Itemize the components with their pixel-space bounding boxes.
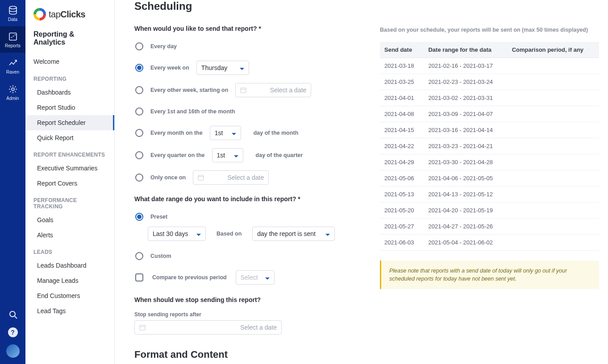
calendar-icon xyxy=(198,174,204,181)
svg-rect-5 xyxy=(198,175,204,180)
rail-item-reports[interactable]: Reports xyxy=(0,26,25,53)
rail-item-raven[interactable]: Raven xyxy=(0,53,25,79)
select-weekday[interactable]: Thursday xyxy=(196,61,249,75)
col-comparison: Comparison period, if any xyxy=(508,42,599,58)
database-icon xyxy=(8,5,18,15)
radio-every-month[interactable] xyxy=(135,129,143,137)
table-row: 2021-04-152021-03-16 - 2021-04-14 xyxy=(380,122,599,138)
col-send-date: Send date xyxy=(380,42,424,58)
radio-1st-16th[interactable] xyxy=(135,108,143,116)
label-compare: Compare to previous period xyxy=(152,274,227,281)
sidebar-item-report-studio[interactable]: Report Studio xyxy=(25,100,114,115)
label-every-day: Every day xyxy=(150,43,177,50)
rail-item-admin[interactable]: Admin xyxy=(0,79,25,105)
label-every-quarter: Every quarter on the xyxy=(150,152,205,158)
chevron-down-icon xyxy=(234,153,238,157)
preview-note: Please note that reports with a send dat… xyxy=(380,261,599,289)
analytics-icon xyxy=(8,58,18,68)
label-every-other-week: Every other week, starting on xyxy=(150,87,228,93)
sidebar-item-alerts[interactable]: Alerts xyxy=(25,228,114,243)
table-row: 2021-04-222021-03-23 - 2021-04-21 xyxy=(380,138,599,154)
svg-rect-4 xyxy=(241,88,246,93)
label-based-on: Based on xyxy=(217,231,242,237)
help-icon[interactable]: ? xyxy=(8,327,18,337)
label-every-week: Every week on xyxy=(150,65,189,71)
select-compare-period[interactable]: Select xyxy=(236,270,275,285)
sidebar-item-quick-report[interactable]: Quick Report xyxy=(25,130,114,145)
search-icon[interactable] xyxy=(8,310,18,320)
suffix-quarter: day of the quarter xyxy=(256,152,303,158)
sidebar-item-report-scheduler[interactable]: Report Scheduler xyxy=(25,115,114,130)
sidebar-item-leads-dashboard[interactable]: Leads Dashboard xyxy=(25,258,114,273)
logo-icon xyxy=(33,8,46,21)
sidebar-item-end-customers[interactable]: End Customers xyxy=(25,288,114,303)
sidebar-item-report-covers[interactable]: Report Covers xyxy=(25,176,114,191)
stop-question: When should we stop sending this report? xyxy=(134,296,375,303)
radio-every-quarter[interactable] xyxy=(135,151,143,159)
radio-every-other-week[interactable] xyxy=(135,86,143,94)
chevron-down-icon xyxy=(232,131,236,135)
sidebar-item-lead-tags[interactable]: Lead Tags xyxy=(25,303,114,318)
preview-header: Based on your schedule, your reports wil… xyxy=(380,27,599,33)
radio-every-week[interactable] xyxy=(135,64,143,72)
table-row: 2021-03-182021-02-16 - 2021-03-17 xyxy=(380,58,599,74)
table-row: 2021-03-252021-02-23 - 2021-03-24 xyxy=(380,74,599,90)
svg-point-0 xyxy=(9,6,17,9)
label-every-month: Every month on the xyxy=(150,130,203,136)
table-row: 2021-05-132021-04-13 - 2021-05-12 xyxy=(380,186,599,203)
app-title: Reporting & Analytics xyxy=(25,24,114,54)
chevron-down-icon xyxy=(196,232,201,236)
table-row: 2021-05-272021-04-27 - 2021-05-26 xyxy=(380,219,599,235)
svg-rect-1 xyxy=(9,33,17,40)
daterange-question: What date range do you want to include i… xyxy=(134,195,375,203)
calendar-icon xyxy=(240,87,246,93)
reports-icon xyxy=(8,32,18,41)
icon-rail: Data Reports Raven Admin ? xyxy=(0,0,25,364)
sidebar-group-reporting: REPORTING xyxy=(25,70,114,85)
when-question: When would you like to send that report?… xyxy=(134,25,375,32)
scheduling-heading: Scheduling xyxy=(134,0,375,12)
label-only-once: Only once on xyxy=(150,174,186,181)
chevron-down-icon xyxy=(265,275,270,280)
gear-icon xyxy=(8,84,18,94)
sidebar-item-dashboards[interactable]: Dashboards xyxy=(25,85,114,100)
label-1st-16th: Every 1st and 16th of the month xyxy=(150,108,235,115)
date-input-only-once[interactable]: Select a date xyxy=(193,170,269,185)
radio-preset[interactable] xyxy=(135,213,143,221)
sidebar-group-leads: LEADS xyxy=(25,243,114,258)
radio-only-once[interactable] xyxy=(135,174,143,182)
logo: tapClicks xyxy=(25,0,114,24)
table-row: 2021-05-202021-04-20 - 2021-05-19 xyxy=(380,203,599,219)
sidebar-group-perf-tracking: PERFORMANCE TRACKING xyxy=(25,191,114,212)
radio-custom[interactable] xyxy=(135,252,143,260)
col-date-range: Date range for the data xyxy=(424,42,507,58)
select-month-day[interactable]: 1st xyxy=(210,126,241,140)
checkbox-compare[interactable] xyxy=(135,273,143,281)
stop-label: Stop sending reports after xyxy=(134,311,375,318)
calendar-icon xyxy=(139,324,146,331)
svg-point-3 xyxy=(10,311,15,317)
avatar[interactable] xyxy=(6,344,20,358)
table-row: 2021-04-012021-03-02 - 2021-03-31 xyxy=(380,90,599,106)
select-preset-range[interactable]: Last 30 days xyxy=(148,227,206,241)
preview-table: Send date Date range for the data Compar… xyxy=(380,42,599,251)
table-row: 2021-04-082021-03-09 - 2021-04-07 xyxy=(380,106,599,122)
label-custom: Custom xyxy=(150,253,171,259)
select-based-on[interactable]: day the report is sent xyxy=(252,227,335,241)
sidebar-item-exec-summaries[interactable]: Executive Summaries xyxy=(25,161,114,176)
table-row: 2021-04-292021-03-30 - 2021-04-28 xyxy=(380,154,599,170)
date-input-stop[interactable]: Select a date xyxy=(134,320,282,335)
sidebar-group-enhancements: REPORT ENHANCEMENTS xyxy=(25,145,114,161)
label-preset: Preset xyxy=(150,214,167,220)
table-row: 2021-05-062021-04-06 - 2021-05-05 xyxy=(380,170,599,186)
sidebar-item-manage-leads[interactable]: Manage Leads xyxy=(25,273,114,288)
rail-item-data[interactable]: Data xyxy=(0,0,25,26)
select-quarter-day[interactable]: 1st xyxy=(212,148,243,162)
sidebar-item-welcome[interactable]: Welcome xyxy=(25,54,114,70)
sidebar-item-goals[interactable]: Goals xyxy=(25,212,114,228)
svg-point-2 xyxy=(12,88,14,91)
date-input-every-other-week[interactable]: Select a date xyxy=(235,83,311,97)
chevron-down-icon xyxy=(240,66,244,70)
radio-every-day[interactable] xyxy=(135,42,143,50)
format-heading: Format and Content xyxy=(134,349,375,360)
